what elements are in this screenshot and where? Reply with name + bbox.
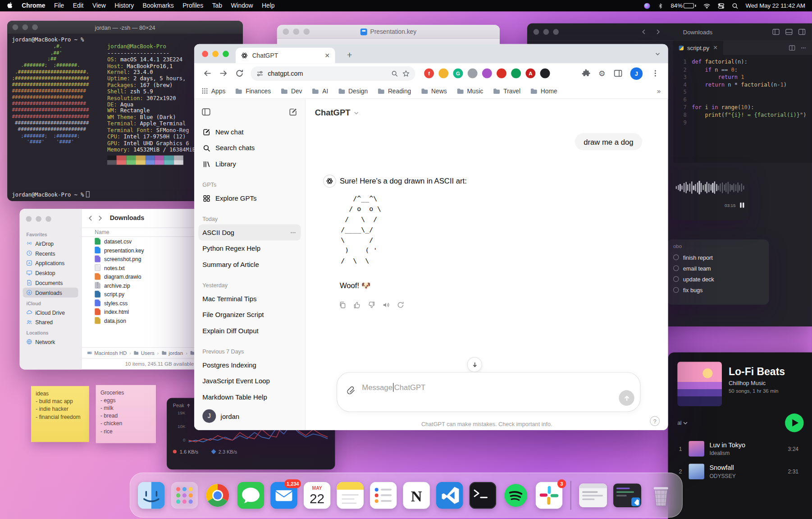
bluetooth-icon[interactable]: [658, 2, 664, 9]
checkbox-circle-icon[interactable]: [673, 287, 679, 293]
play-button[interactable]: [785, 413, 803, 432]
extension-icon[interactable]: [497, 69, 506, 78]
sidebar-item-search-chats[interactable]: Search chats: [198, 140, 301, 156]
dock-calendar-icon[interactable]: MAY22: [304, 482, 331, 509]
help-button[interactable]: ?: [650, 416, 660, 426]
read-aloud-icon[interactable]: [382, 301, 390, 309]
spotlight-search-icon[interactable]: [731, 2, 738, 9]
attach-icon[interactable]: [346, 385, 356, 395]
dock-notes-icon[interactable]: [337, 482, 364, 509]
breadcrumb-item-macintosh-hd[interactable]: Macintosh HD: [87, 350, 127, 356]
dock-chrome-icon[interactable]: [204, 482, 231, 509]
user-account-row[interactable]: J jordan: [198, 407, 301, 425]
dock-minimized-window-thumb-light[interactable]: [579, 483, 607, 507]
menu-tab[interactable]: Tab: [212, 2, 222, 9]
dock-finder-icon[interactable]: [138, 482, 165, 509]
dock-notion-icon[interactable]: N: [403, 482, 430, 509]
code-editor[interactable]: script.py ✕ 1def factorial(n):2 if n == …: [673, 41, 812, 163]
forward-button[interactable]: [216, 67, 230, 80]
chat-item-javascript-event-loop[interactable]: JavaScript Event Loop: [198, 373, 301, 389]
terminal-titlebar[interactable]: jordan — -zsh — 80×24: [7, 21, 243, 34]
chat-item-explore-gpts[interactable]: Explore GPTs: [198, 190, 301, 207]
checkbox-circle-icon[interactable]: [673, 265, 679, 271]
wifi-icon[interactable]: [703, 2, 710, 9]
chat-item-file-organizer-script[interactable]: File Organizer Script: [198, 307, 301, 323]
profile-avatar[interactable]: J: [630, 67, 643, 80]
battery-indicator[interactable]: 84%: [671, 3, 696, 9]
sidebar-item-documents[interactable]: Documents: [23, 278, 78, 288]
sidebar-item-desktop[interactable]: Desktop: [23, 268, 78, 278]
bookmark-folder-ai[interactable]: AI: [312, 87, 328, 95]
checkbox-circle-icon[interactable]: [673, 276, 679, 282]
dock-vscode-icon[interactable]: [436, 482, 463, 509]
dock-reminders-icon[interactable]: [370, 482, 397, 509]
dock-minimized-window-thumb-dark[interactable]: [613, 483, 641, 507]
active-app-name[interactable]: Chrome: [22, 2, 45, 9]
sidebar-item-new-chat[interactable]: New chat: [198, 124, 301, 140]
window-controls[interactable]: [26, 216, 51, 222]
sidebar-item-downloads[interactable]: Downloads: [23, 288, 78, 298]
extension-icon[interactable]: f: [424, 69, 434, 78]
track-row[interactable]: 2SnowfallODYSSEY2:31: [677, 460, 803, 483]
sidebar-item-shared[interactable]: Shared: [23, 317, 78, 327]
back-button[interactable]: [87, 215, 94, 222]
breadcrumb-item-jordan[interactable]: jordan: [161, 350, 183, 356]
menu-help[interactable]: Help: [262, 2, 274, 9]
pause-icon[interactable]: [740, 202, 744, 207]
bookmark-folder-music[interactable]: Music: [456, 87, 483, 95]
dock-mail-icon[interactable]: 1,234: [270, 482, 297, 509]
breadcrumb-item-users[interactable]: Users: [134, 350, 155, 356]
new-tab-button[interactable]: +: [343, 49, 356, 62]
back-button[interactable]: [201, 67, 214, 80]
bookmark-folder-reading[interactable]: Reading: [378, 87, 411, 95]
regenerate-icon[interactable]: [397, 301, 404, 309]
sticky-note-yellow[interactable]: ideas - build mac app- indie hacker- fin…: [31, 386, 89, 442]
menu-view[interactable]: View: [92, 2, 106, 9]
sidebar-toggle-icon[interactable]: [201, 107, 211, 117]
scroll-to-bottom-button[interactable]: [467, 357, 482, 372]
presentation-titlebar[interactable]: Presentation.key: [277, 25, 500, 39]
reload-button[interactable]: [233, 67, 246, 80]
todo-item-update-deck[interactable]: update deck: [673, 274, 763, 285]
control-center-icon[interactable]: [717, 2, 724, 9]
sidebar-item-recents[interactable]: Recents: [23, 248, 78, 258]
menu-profiles[interactable]: Profiles: [182, 2, 203, 9]
bookmark-folder-travel[interactable]: Travel: [493, 87, 520, 95]
menu-history[interactable]: History: [114, 2, 134, 9]
chat-item-mac-terminal-tips[interactable]: Mac Terminal Tips: [198, 291, 301, 307]
kebab-menu-icon[interactable]: [648, 67, 662, 80]
url-text[interactable]: chatgpt.com: [268, 70, 387, 77]
copy-icon[interactable]: [339, 301, 347, 309]
sidebar-item-network[interactable]: Network: [23, 337, 78, 347]
checkbox-circle-icon[interactable]: [673, 254, 679, 260]
close-tab-icon[interactable]: ✕: [324, 52, 330, 59]
dock-terminal-icon[interactable]: [469, 482, 496, 509]
chat-item-explain-diff-output[interactable]: Explain Diff Output: [198, 323, 301, 339]
siri-icon[interactable]: [644, 2, 651, 9]
chat-item-ascii-dog[interactable]: ASCII Dog: [198, 225, 301, 241]
editor-layout-icons[interactable]: [772, 28, 806, 36]
window-controls[interactable]: [202, 51, 229, 57]
forward-button[interactable]: [96, 215, 104, 222]
tab-script-py[interactable]: script.py ✕: [673, 41, 724, 55]
bookmark-apps[interactable]: Apps: [201, 87, 225, 95]
dock-launchpad-icon[interactable]: [171, 482, 198, 509]
window-controls[interactable]: [534, 29, 559, 35]
editor-history-nav[interactable]: [641, 28, 661, 35]
chat-item-postgres-indexing[interactable]: Postgres Indexing: [198, 357, 301, 373]
todo-item-email-team[interactable]: email team: [673, 263, 763, 274]
thumbs-up-icon[interactable]: [353, 301, 361, 309]
bookmark-folder-design[interactable]: Design: [338, 87, 368, 95]
chat-item-python-regex-help[interactable]: Python Regex Help: [198, 240, 301, 257]
browser-tab[interactable]: ChatGPT ✕: [236, 48, 335, 63]
bookmark-folder-home[interactable]: Home: [530, 87, 557, 95]
sidebar-item-airdrop[interactable]: AirDrop: [23, 239, 78, 248]
chat-options-icon[interactable]: [289, 229, 297, 236]
menu-bookmarks[interactable]: Bookmarks: [143, 2, 174, 9]
waveform[interactable]: [676, 176, 744, 200]
compose-icon[interactable]: [288, 107, 298, 117]
menu-edit[interactable]: Edit: [73, 2, 84, 9]
extension-icon[interactable]: [511, 69, 521, 78]
send-button[interactable]: [619, 390, 634, 405]
extension-icon[interactable]: G: [453, 69, 463, 78]
